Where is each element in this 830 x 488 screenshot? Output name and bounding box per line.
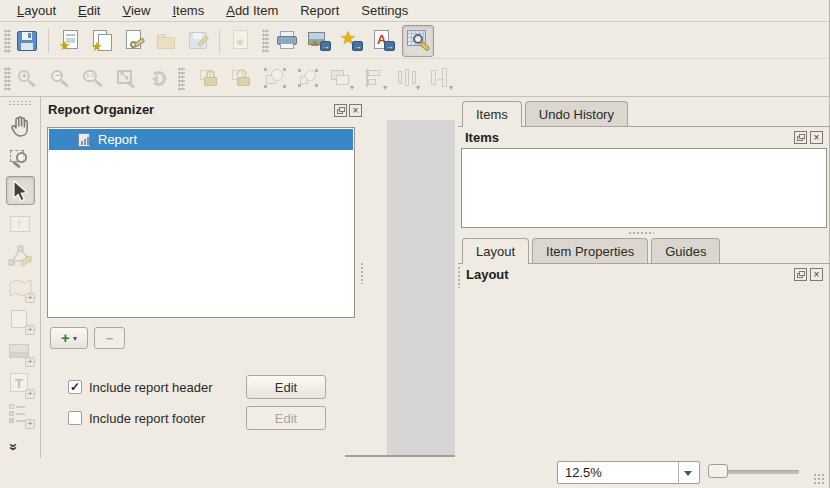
close-panel-button[interactable]: ×	[810, 268, 823, 281]
menu-add-item[interactable]: Add Item	[215, 0, 289, 21]
ungroup-items-button	[295, 66, 321, 92]
save-as-icon	[185, 28, 211, 54]
export-pdf-button[interactable]: A →	[370, 28, 396, 54]
panel-title: Items	[465, 130, 499, 145]
save-template-icon: ★	[227, 28, 253, 54]
edit-header-button[interactable]: Edit	[246, 375, 326, 399]
include-report-footer-checkbox[interactable]	[68, 411, 82, 425]
close-panel-button[interactable]: ×	[810, 131, 823, 144]
menu-report[interactable]: Report	[289, 0, 350, 21]
tab-layout[interactable]: Layout	[462, 238, 529, 264]
dock-splitter-handle[interactable]	[360, 262, 364, 284]
align-items-button: ▾	[361, 66, 387, 92]
float-panel-button[interactable]	[794, 131, 807, 144]
include-report-footer-label: Include report footer	[89, 411, 205, 426]
items-tab-bar: Items Undo History	[458, 99, 830, 127]
zoom-actual-button: 1:1	[80, 66, 106, 92]
include-report-header-checkbox[interactable]: ✓	[68, 380, 82, 394]
save-layout-button[interactable]	[14, 28, 40, 54]
resize-items-button: ↔ ▾	[427, 66, 453, 92]
edit-nodes-tool-button	[6, 242, 35, 271]
save-as-template-button: ★	[227, 28, 253, 54]
float-panel-button[interactable]	[794, 268, 807, 281]
add-label-tool-button: T +	[6, 370, 35, 399]
add-shape-tool-button: +	[6, 306, 35, 335]
zoom-slider-handle[interactable]	[708, 464, 728, 478]
layout-canvas[interactable]	[387, 120, 455, 455]
tree-item-report[interactable]: Report	[49, 129, 353, 150]
select-move-item-tool-button[interactable]	[6, 176, 35, 205]
distribute-items-button: ▾	[394, 66, 420, 92]
refresh-view-button	[146, 66, 172, 92]
zoom-level-combobox[interactable]: 12.5%	[557, 461, 700, 484]
pan-hand-icon	[6, 111, 35, 140]
save-icon	[17, 31, 37, 51]
group-items-button	[262, 66, 288, 92]
duplicate-layout-button[interactable]: ★	[89, 28, 115, 54]
dropdown-arrow-icon: ▾	[73, 334, 77, 343]
items-list[interactable]	[461, 148, 827, 228]
add-section-button[interactable]: + ▾	[50, 327, 88, 349]
edit-footer-button: Edit	[246, 406, 326, 430]
duplicate-layout-icon: ★	[89, 28, 115, 54]
more-tools-chevron[interactable]: »	[6, 443, 22, 449]
export-svg-button[interactable]: ★ →	[338, 28, 364, 54]
toolbar-separator	[48, 29, 49, 53]
panel-title: Report Organizer	[48, 102, 154, 117]
panel-drag-handle[interactable]	[457, 266, 461, 288]
print-icon	[274, 28, 300, 54]
window-resize-grip[interactable]	[813, 473, 826, 485]
toolbar-drag-handle[interactable]	[178, 67, 185, 91]
add-legend-tool-button: +	[6, 400, 35, 429]
menu-edit[interactable]: Edit	[67, 0, 111, 21]
dock-splitter-handle[interactable]	[628, 231, 654, 235]
add-picture-icon	[9, 344, 29, 358]
raise-items-button: ▾	[328, 66, 354, 92]
menu-items[interactable]: Items	[161, 0, 215, 21]
toolbar-drag-handle[interactable]	[4, 29, 11, 53]
zoom-level-value: 12.5%	[565, 465, 602, 480]
edit-report-icon	[403, 26, 433, 56]
navigation-toolbar: + − 1:1 ⤡	[0, 60, 829, 97]
report-designer-window: Layout Edit View Items Add Item Report S…	[0, 0, 830, 488]
new-report-icon: ★	[57, 28, 83, 54]
layout-manager-button[interactable]	[121, 28, 147, 54]
include-report-header-label: Include report header	[89, 380, 213, 395]
toolbar-separator	[219, 29, 220, 53]
float-panel-button[interactable]	[334, 104, 347, 117]
print-button[interactable]	[274, 28, 300, 54]
export-image-button[interactable]: →	[306, 28, 332, 54]
export-pdf-icon: A →	[370, 28, 396, 54]
panel-title: Layout	[466, 267, 509, 282]
zoom-tool-button[interactable]	[6, 144, 35, 173]
zoom-full-button: ⤡	[113, 66, 139, 92]
toolbox-toolbar: ↑ + + + T +	[0, 97, 41, 458]
combobox-dropdown-button[interactable]	[678, 462, 699, 483]
open-folder-icon	[153, 28, 179, 54]
menu-bar: Layout Edit View Items Add Item Report S…	[0, 0, 829, 22]
close-panel-button[interactable]: ×	[349, 104, 362, 117]
open-layout-button	[153, 28, 179, 54]
add-map-tool-button: +	[6, 274, 35, 303]
edit-report-button[interactable]	[402, 25, 434, 57]
toolbar-drag-handle[interactable]	[4, 67, 11, 91]
tree-item-label: Report	[98, 132, 137, 147]
toolbar-drag-handle[interactable]	[262, 29, 269, 53]
tab-undo-history[interactable]: Undo History	[525, 101, 628, 126]
report-tree[interactable]: Report	[47, 127, 355, 318]
menu-settings[interactable]: Settings	[350, 0, 419, 21]
move-content-icon: ↑	[6, 210, 35, 239]
tab-guides[interactable]: Guides	[651, 238, 720, 263]
tab-item-properties[interactable]: Item Properties	[532, 238, 648, 263]
edit-nodes-icon	[6, 242, 35, 271]
export-image-icon: →	[306, 28, 332, 54]
new-report-button[interactable]: ★	[57, 28, 83, 54]
pan-tool-button[interactable]	[6, 111, 35, 140]
select-arrow-icon	[7, 177, 34, 204]
tab-items[interactable]: Items	[462, 101, 522, 127]
add-icon: +	[61, 331, 70, 345]
toolbar-drag-handle[interactable]	[8, 100, 32, 107]
add-picture-tool-button: +	[6, 338, 35, 367]
menu-view[interactable]: View	[111, 0, 161, 21]
menu-layout[interactable]: Layout	[6, 0, 67, 21]
